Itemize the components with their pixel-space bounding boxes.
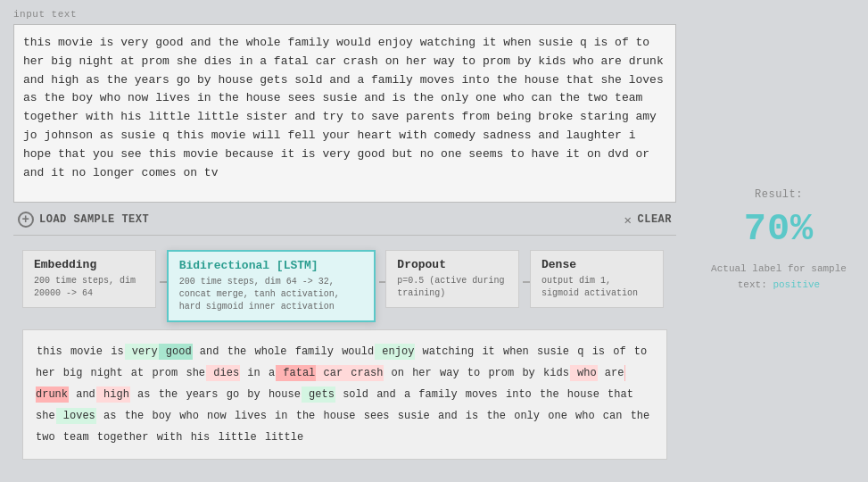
token: go (219, 386, 240, 403)
arch-dense-desc: output dim 1, sigmoid activation (541, 275, 652, 300)
token: his (183, 429, 211, 445)
token: family (411, 386, 458, 403)
clear-btn-label: CLEAR (637, 213, 672, 226)
token: house (316, 408, 356, 424)
token: into (499, 386, 533, 403)
token: the (117, 408, 145, 424)
token: lives (227, 408, 268, 424)
token: kids (536, 365, 570, 381)
token: by (240, 386, 261, 403)
token: whole (247, 344, 287, 360)
token: crash (343, 365, 384, 381)
token: she (178, 365, 206, 381)
token: loves (56, 408, 96, 424)
x-icon: ✕ (624, 212, 632, 228)
token: as (96, 408, 118, 424)
arch-bilstm-desc: 200 time steps, dim 64 -> 32, concat mer… (179, 276, 363, 313)
result-percent: 70% (744, 208, 814, 251)
token: house (261, 386, 302, 403)
result-label: Result: (755, 188, 803, 201)
token: gets (302, 386, 335, 403)
token: and (193, 344, 220, 360)
token: the (479, 408, 507, 424)
token: and (369, 386, 397, 403)
token: night (83, 365, 123, 381)
token: sold (335, 386, 369, 403)
token: dies (206, 365, 240, 381)
token: at (124, 365, 145, 381)
plus-icon: + (18, 212, 34, 228)
connector-3 (523, 281, 530, 283)
architecture-row: Embedding 200 time steps, dim 20000 -> 6… (13, 250, 676, 322)
token: the (289, 408, 317, 424)
token: it (475, 344, 496, 360)
token: watching (415, 344, 475, 360)
token: years (178, 386, 219, 403)
token: way (433, 365, 460, 381)
token: enjoy (375, 344, 415, 360)
input-label: input text (13, 9, 676, 20)
token: moves (459, 386, 499, 403)
arch-bilstm-title: Bidirectional [LSTM] (179, 259, 363, 272)
token: by (515, 365, 536, 381)
token: is (584, 344, 606, 360)
token: of (606, 344, 627, 360)
arch-bilstm-box: Bidirectional [LSTM] 200 time steps, dim… (167, 250, 376, 322)
token: with (149, 429, 183, 445)
load-sample-button[interactable]: + LOAD SAMPLE TEXT (18, 212, 149, 228)
token: a (261, 365, 276, 381)
token: movie (63, 344, 103, 360)
token: that (600, 386, 634, 403)
token: car (316, 365, 343, 381)
token: when (496, 344, 530, 360)
token: would (335, 344, 375, 360)
token: who (172, 408, 200, 424)
token: a (397, 386, 411, 403)
input-textarea[interactable] (13, 24, 676, 203)
token: house (560, 386, 600, 403)
token: fatal (276, 365, 316, 381)
token: susie (391, 408, 431, 424)
token: big (56, 365, 84, 381)
result-panel: Result: 70% Actual label for sample text… (690, 0, 868, 482)
connector-2 (379, 281, 386, 283)
token: who (568, 408, 596, 424)
token: in (240, 365, 261, 381)
token: family (288, 344, 335, 360)
token: can (596, 408, 624, 424)
actual-label-sentiment: positive (773, 279, 820, 290)
token: and (431, 408, 459, 424)
token: her (405, 365, 433, 381)
actual-label-prefix: Actual label for sample (711, 263, 847, 274)
token: and (69, 386, 96, 403)
token: as (130, 386, 152, 403)
token: little (211, 429, 257, 445)
token: boy (145, 408, 172, 424)
token: the (533, 386, 560, 403)
token: susie (530, 344, 570, 360)
token: team (56, 429, 90, 445)
clear-button[interactable]: ✕ CLEAR (624, 212, 672, 228)
arch-dropout-title: Dropout (397, 258, 508, 271)
token: the (623, 408, 650, 424)
arch-dropout-box: Dropout p=0.5 (active during training) (385, 250, 519, 308)
token-visualization: this movie is very good and the whole fa… (22, 329, 667, 460)
token: the (151, 386, 178, 403)
arch-dense-title: Dense (541, 258, 652, 271)
token: very (125, 344, 159, 360)
divider (13, 235, 676, 236)
actual-label: Actual label for sample text: positive (711, 262, 847, 293)
token: on (384, 365, 405, 381)
arch-embedding-title: Embedding (34, 258, 145, 271)
token: q (570, 344, 584, 360)
token: this (36, 344, 63, 360)
token: in (268, 408, 289, 424)
token: to (627, 344, 649, 360)
token: is (459, 408, 480, 424)
token: together (90, 429, 150, 445)
token: prom (481, 365, 515, 381)
token: one (541, 408, 568, 424)
arch-dropout-desc: p=0.5 (active during training) (397, 275, 508, 300)
token: now (200, 408, 227, 424)
token: only (507, 408, 541, 424)
